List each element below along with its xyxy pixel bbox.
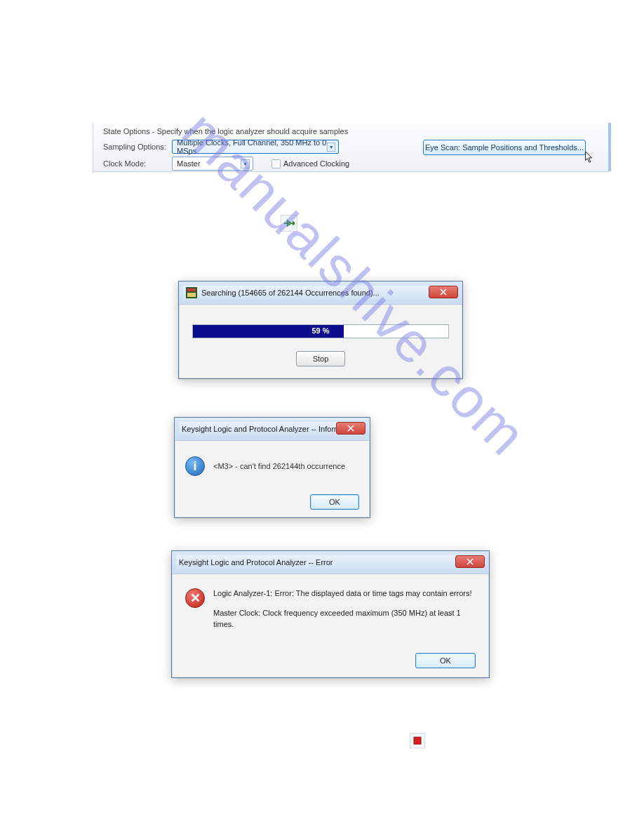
- progress-label: 59 %: [193, 326, 448, 335]
- ok-button[interactable]: OK: [310, 494, 359, 510]
- dialog-title: Keysight Logic and Protocol Analyzer -- …: [179, 558, 333, 567]
- clock-mode-dropdown[interactable]: Master ▼: [172, 157, 253, 171]
- svg-rect-1: [187, 289, 196, 291]
- checkbox-box: [271, 159, 281, 168]
- stop-icon[interactable]: [410, 733, 425, 748]
- advanced-clocking-label: Advanced Clocking: [283, 159, 349, 168]
- eye-scan-button[interactable]: Eye Scan: Sample Positions and Threshold…: [423, 140, 586, 155]
- chevron-down-icon: ▼: [241, 159, 250, 168]
- dialog-titlebar: Keysight Logic and Protocol Analyzer -- …: [176, 555, 485, 569]
- info-message: <M3> - can't find 262144th occurrence: [213, 462, 345, 470]
- svg-rect-2: [187, 293, 196, 297]
- dialog-titlebar: Keysight Logic and Protocol Analyzer -- …: [179, 422, 365, 436]
- sampling-options-label: Sampling Options:: [103, 143, 168, 151]
- ok-button[interactable]: OK: [415, 653, 476, 668]
- clock-mode-value: Master: [177, 159, 201, 168]
- app-icon: [186, 287, 197, 298]
- dialog-titlebar: Searching (154665 of 262144 Occurrences …: [183, 286, 458, 300]
- run-single-icon[interactable]: [281, 215, 297, 232]
- information-dialog: Keysight Logic and Protocol Analyzer -- …: [174, 417, 370, 518]
- error-line-1: Logic Analyzer-1: Error: The displayed d…: [213, 588, 476, 600]
- close-button[interactable]: [429, 286, 458, 298]
- searching-dialog: Searching (154665 of 262144 Occurrences …: [178, 281, 463, 379]
- clock-mode-label: Clock Mode:: [103, 159, 168, 168]
- dialog-title: Keysight Logic and Protocol Analyzer -- …: [182, 425, 357, 433]
- error-icon: ✕: [185, 588, 205, 608]
- advanced-clocking-checkbox[interactable]: Advanced Clocking: [271, 159, 349, 168]
- error-message: Logic Analyzer-1: Error: The displayed d…: [213, 588, 476, 639]
- state-options-panel: State Options - Specify when the logic a…: [93, 123, 609, 172]
- state-options-heading: State Options - Specify when the logic a…: [103, 127, 348, 135]
- eye-scan-button-label: Eye Scan: Sample Positions and Threshold…: [425, 143, 584, 152]
- error-dialog: Keysight Logic and Protocol Analyzer -- …: [171, 550, 490, 678]
- cursor-icon: [584, 151, 594, 164]
- dialog-title: Searching (154665 of 262144 Occurrences …: [201, 289, 380, 297]
- close-button[interactable]: [336, 422, 365, 435]
- close-button[interactable]: [455, 555, 485, 568]
- sampling-options-dropdown[interactable]: Multiple Clocks, Full Channel, 350 MHz t…: [172, 140, 339, 154]
- error-line-2: Master Clock: Clock frequency exceeded m…: [213, 608, 476, 630]
- chevron-down-icon: ▼: [327, 143, 335, 152]
- panel-decoration: [608, 123, 611, 171]
- svg-rect-3: [414, 737, 421, 744]
- progress-bar: 59 %: [192, 324, 449, 338]
- stop-button[interactable]: Stop: [296, 351, 345, 366]
- info-icon: i: [185, 456, 205, 476]
- sampling-options-value: Multiple Clocks, Full Channel, 350 MHz t…: [177, 138, 327, 155]
